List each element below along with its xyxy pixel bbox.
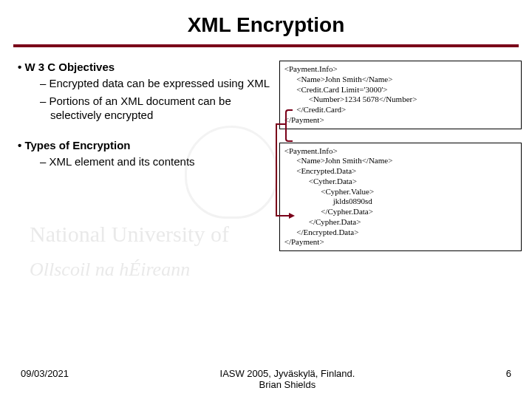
code-sample-plain: <Payment.Info> <Name>John Smith</Name> <… (279, 61, 522, 129)
bracket-icon (285, 109, 293, 142)
slide: National University of Ollscoil na hÉire… (0, 0, 532, 399)
arrowhead-icon (289, 213, 295, 219)
right-column: <Payment.Info> <Name>John Smith</Name> <… (279, 61, 522, 251)
arrow-line (276, 123, 277, 215)
heading-objectives: W 3 C Objectives (18, 61, 273, 73)
arrow-line (276, 215, 290, 216)
left-column: W 3 C Objectives Encrypted data can be e… (10, 61, 273, 251)
title-rule (13, 44, 519, 47)
footer: 09/03/2021 IASW 2005, Jyväskylä, Finland… (0, 368, 532, 390)
footer-page: 6 (506, 368, 511, 390)
watermark-line2: Ollscoil na hÉireann (30, 259, 399, 281)
footer-date: 09/03/2021 (21, 368, 69, 390)
code-sample-encrypted: <Payment.Info> <Name>John Smith</Name> <… (279, 143, 522, 252)
arrow-line (276, 123, 285, 125)
section-types: Types of Encryption XML element and its … (10, 139, 273, 169)
footer-venue: IASW 2005, Jyväskylä, Finland. Brian Shi… (69, 368, 506, 390)
heading-types: Types of Encryption (18, 139, 273, 151)
section-objectives: W 3 C Objectives Encrypted data can be e… (10, 61, 273, 123)
slide-body: W 3 C Objectives Encrypted data can be e… (0, 61, 532, 251)
bullet: XML element and its contents (40, 154, 273, 169)
bullet: Portions of an XML document can be selec… (40, 94, 273, 123)
bullet: Encrypted data can be expressed using XM… (40, 76, 273, 91)
slide-title: XML Encryption (0, 0, 532, 44)
